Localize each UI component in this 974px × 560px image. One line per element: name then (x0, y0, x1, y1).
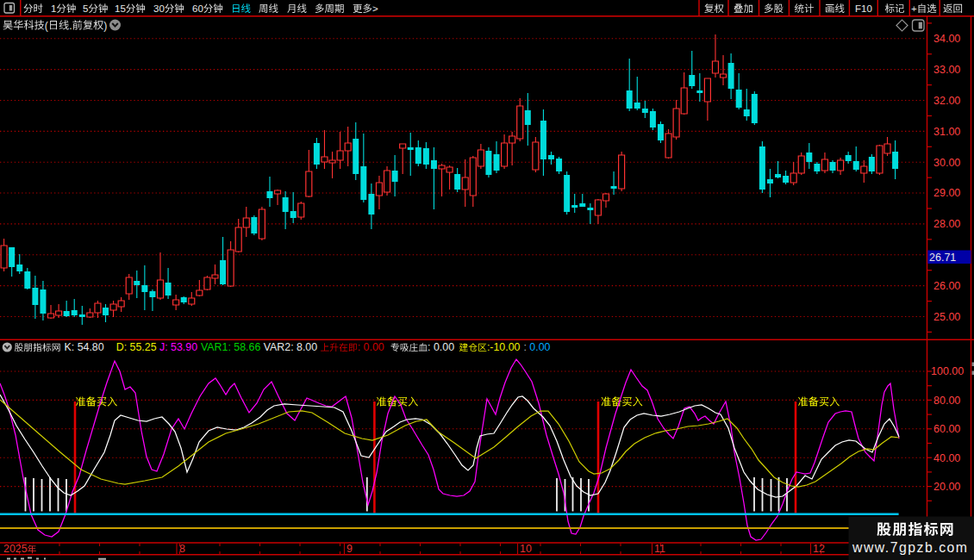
svg-text:34.00: 34.00 (933, 33, 960, 45)
svg-text:12: 12 (813, 543, 825, 555)
svg-text:+: + (911, 3, 917, 14)
svg-text:(: ( (45, 20, 48, 32)
svg-text:33.00: 33.00 (933, 64, 960, 76)
svg-text:D: 55.25: D: 55.25 (116, 341, 157, 353)
svg-text:>: > (372, 3, 378, 14)
svg-text:.: . (69, 20, 72, 32)
svg-text:VAR1: 58.66: VAR1: 58.66 (201, 341, 260, 353)
svg-text:5: 5 (83, 3, 88, 14)
svg-text:www.7gpzb.com: www.7gpzb.com (852, 540, 969, 555)
svg-text::: : (523, 341, 526, 353)
svg-text::-10.00: :-10.00 (487, 341, 521, 353)
svg-text:29.00: 29.00 (933, 187, 960, 199)
svg-text:1: 1 (51, 3, 56, 14)
svg-text:30.00: 30.00 (933, 157, 960, 169)
svg-text:J: 53.90: J: 53.90 (159, 341, 197, 353)
svg-text:9: 9 (347, 543, 353, 555)
svg-text:F10: F10 (855, 3, 872, 14)
svg-text:25.00: 25.00 (933, 311, 960, 323)
svg-text:): ) (103, 20, 107, 32)
svg-text:20.00: 20.00 (933, 481, 960, 493)
svg-text:100.00: 100.00 (931, 365, 964, 377)
svg-text:15: 15 (115, 3, 126, 14)
svg-text:40.00: 40.00 (933, 452, 960, 464)
svg-text:31.00: 31.00 (933, 126, 960, 138)
svg-text:: 0.00: : 0.00 (358, 341, 384, 353)
svg-text:0.00: 0.00 (529, 341, 550, 353)
svg-text:11: 11 (654, 543, 665, 555)
svg-text:80.00: 80.00 (933, 395, 960, 407)
svg-text:60: 60 (192, 3, 203, 14)
svg-text:: 0.00: : 0.00 (428, 341, 454, 353)
svg-text:2025: 2025 (3, 543, 28, 555)
svg-text:30: 30 (153, 3, 165, 14)
svg-text:26.00: 26.00 (933, 280, 960, 292)
svg-text:28.00: 28.00 (933, 218, 960, 230)
svg-text:10: 10 (520, 543, 532, 555)
svg-text:VAR2: 8.00: VAR2: 8.00 (264, 341, 318, 353)
svg-text:8: 8 (179, 543, 185, 555)
svg-text:26.71: 26.71 (929, 252, 956, 264)
svg-text:60.00: 60.00 (933, 423, 960, 435)
svg-text:32.00: 32.00 (933, 95, 960, 107)
svg-text:K: 54.80: K: 54.80 (65, 341, 104, 353)
